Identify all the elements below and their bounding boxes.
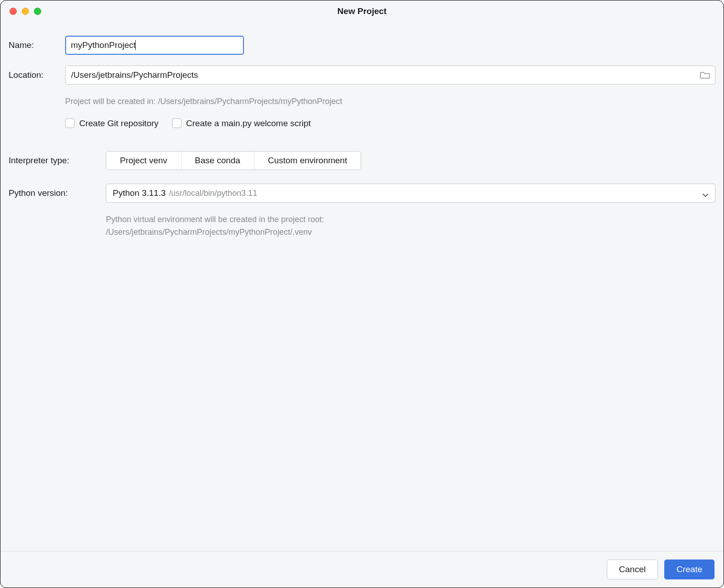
python-version-value: Python 3.11.3 — [113, 188, 166, 198]
name-label: Name: — [9, 40, 65, 50]
location-input[interactable] — [65, 66, 715, 85]
python-version-select[interactable]: Python 3.11.3 /usr/local/bin/python3.11 — [106, 184, 715, 203]
git-checkbox-group[interactable]: Create Git repository — [65, 119, 158, 128]
name-row: Name: myPythonProject — [9, 36, 715, 55]
dialog-content: Name: myPythonProject Location: Project … — [0, 22, 724, 551]
interpreter-type-segments: Project venv Base conda Custom environme… — [106, 151, 361, 170]
segment-base-conda[interactable]: Base conda — [181, 152, 254, 170]
interpreter-type-row: Interpreter type: Project venv Base cond… — [9, 151, 715, 170]
python-version-dropdown: Python 3.11.3 /usr/local/bin/python3.11 — [106, 184, 715, 203]
window-title: New Project — [0, 6, 724, 16]
segment-custom-env[interactable]: Custom environment — [254, 152, 361, 170]
name-input[interactable]: myPythonProject — [65, 36, 244, 55]
segment-project-venv[interactable]: Project venv — [106, 152, 181, 170]
name-value: myPythonProject — [71, 40, 136, 50]
mainpy-checkbox-label: Create a main.py welcome script — [186, 119, 311, 128]
minimize-window-button[interactable] — [22, 8, 29, 15]
git-checkbox-label: Create Git repository — [79, 119, 158, 128]
python-version-row: Python version: Python 3.11.3 /usr/local… — [9, 184, 715, 203]
cancel-button[interactable]: Cancel — [607, 560, 658, 579]
mainpy-checkbox-group[interactable]: Create a main.py welcome script — [172, 119, 311, 128]
close-window-button[interactable] — [10, 8, 17, 15]
text-cursor — [135, 40, 136, 50]
browse-folder-icon[interactable] — [700, 71, 710, 79]
create-button[interactable]: Create — [664, 560, 714, 579]
location-label: Location: — [9, 70, 65, 80]
python-version-label: Python version: — [9, 188, 106, 198]
venv-hint-line1: Python virtual environment will be creat… — [106, 215, 324, 224]
new-project-dialog: New Project Name: myPythonProject Locati… — [0, 0, 724, 588]
dialog-footer: Cancel Create — [0, 551, 724, 588]
location-wrapper — [65, 66, 715, 85]
location-hint: Project will be created in: /Users/jetbr… — [65, 95, 715, 108]
titlebar: New Project — [0, 0, 724, 22]
venv-hint: Python virtual environment will be creat… — [106, 213, 715, 239]
maximize-window-button[interactable] — [34, 8, 41, 15]
options-row: Create Git repository Create a main.py w… — [65, 119, 715, 128]
location-row: Location: — [9, 66, 715, 85]
git-checkbox[interactable] — [65, 119, 75, 128]
mainpy-checkbox[interactable] — [172, 119, 181, 128]
python-version-path: /usr/local/bin/python3.11 — [169, 189, 257, 198]
interpreter-type-label: Interpreter type: — [9, 156, 106, 166]
venv-hint-line2: /Users/jetbrains/PycharmProjects/myPytho… — [106, 228, 312, 237]
window-controls — [10, 8, 41, 15]
